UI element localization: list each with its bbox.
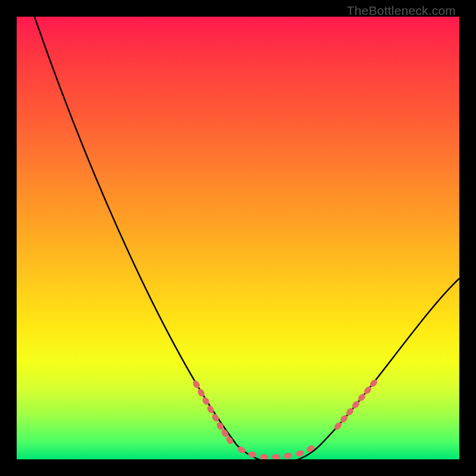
svg-point-14 [305,444,315,453]
marker-cluster-right [333,378,379,431]
svg-point-12 [283,452,292,459]
bottleneck-curve [35,17,459,459]
plot-area [17,17,459,459]
svg-point-4 [211,412,220,422]
chart-frame: TheBottleneck.com [0,0,476,476]
marker-cluster-left [192,379,234,445]
curve-svg [17,17,459,459]
watermark-text: TheBottleneck.com [347,4,456,18]
svg-point-13 [295,449,305,458]
svg-point-10 [260,454,268,459]
svg-point-11 [272,454,280,459]
svg-point-9 [248,451,257,458]
